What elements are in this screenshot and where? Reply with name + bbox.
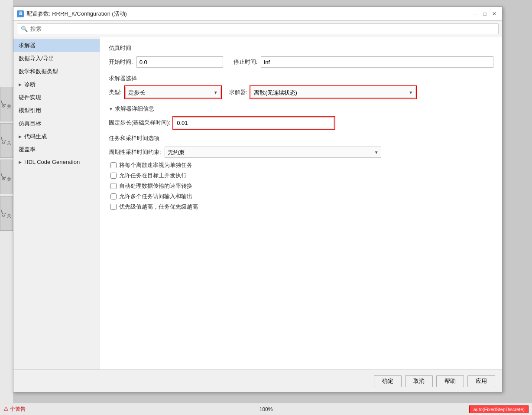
checkbox-parallel-task-label: 允许任务在目标上并发执行 — [119, 172, 187, 180]
checkbox-priority-higher[interactable] — [110, 204, 117, 210]
periodic-label: 周期性采样时间约束: — [109, 148, 161, 156]
search-icon: 🔍 — [21, 26, 28, 32]
checkbox-row-5: 优先级值越高，任务优先级越高 — [109, 203, 493, 211]
sidebar-item-sim-target-label: 仿真目标 — [19, 120, 41, 127]
close-button[interactable]: ✕ — [490, 10, 499, 18]
solver-select-row: 类型: 定步长 变步长 ▼ 求解器: 离散(无连续状态) ode45 o — [109, 87, 493, 98]
solver-select[interactable]: 离散(无连续状态) ode45 ode23 — [251, 87, 415, 98]
dialog-window: 设 配置参数: RRRR_K/Configuration (活动) ─ □ ✕ … — [13, 7, 503, 392]
solver-label: 求解器: — [229, 88, 248, 96]
bottom-status-bar: ⚠ 个警告 100% auto(FixedStepDiscrete) — [0, 403, 532, 415]
type-label: 类型: — [109, 88, 122, 96]
checkbox-rate-convert-label: 自动处理数据传输的速率转换 — [119, 182, 192, 190]
sidebar-item-math-types[interactable]: 数学和数据类型 — [13, 65, 100, 78]
checkbox-row-2: 允许任务在目标上并发执行 — [109, 172, 493, 180]
sidebar-item-diagnose[interactable]: 诊断 — [13, 78, 100, 91]
sidebar-item-data-import-label: 数据导入/导出 — [19, 55, 54, 62]
task-title: 任务和采样时间选项 — [109, 134, 493, 142]
search-input[interactable] — [30, 26, 495, 32]
sidebar-item-solver-label: 求解器 — [19, 42, 36, 49]
checkbox-row-1: 将每个离散速率视为单独任务 — [109, 161, 493, 169]
left-panel-items: 关_Jo 关_Jo 关_Jo 关_Jo — [0, 87, 13, 232]
sidebar-item-hardware[interactable]: 硬件实现 — [13, 91, 100, 104]
stop-time-label: 停止时间: — [234, 58, 258, 66]
sidebar-item-hdl-code-label: HDL Code Generation — [24, 159, 80, 165]
maximize-button[interactable]: □ — [480, 10, 489, 18]
fixed-step-label: 固定步长(基础采样时间): — [109, 119, 170, 127]
checkbox-rate-convert[interactable] — [110, 183, 117, 189]
periodic-row: 周期性采样时间约束: 无约束 指定 ▼ — [109, 147, 493, 158]
checkbox-multi-task-io[interactable] — [110, 193, 117, 199]
checkbox-row-4: 允许多个任务访问输入和输出 — [109, 193, 493, 200]
confirm-button[interactable]: 确定 — [374, 375, 402, 387]
start-time-input[interactable] — [136, 56, 223, 68]
title-controls: ─ □ ✕ — [471, 10, 499, 18]
right-panel: 仿真时间 开始时间: 停止时间: 求解器选择 类型: 定步长 变步长 — [100, 37, 502, 383]
title-bar: 设 配置参数: RRRR_K/Configuration (活动) ─ □ ✕ — [13, 7, 502, 21]
checkbox-discrete-rate-label: 将每个离散速率视为单独任务 — [119, 161, 192, 169]
checkbox-row-3: 自动处理数据传输的速率转换 — [109, 182, 493, 190]
periodic-select[interactable]: 无约束 指定 — [165, 147, 381, 158]
sim-time-title: 仿真时间 — [109, 44, 493, 52]
warning-count-icon: ⚠ — [3, 405, 9, 412]
left-panel-1[interactable]: 关_Jo — [0, 87, 13, 121]
status-right-text: auto(FixedStepDiscrete) — [473, 407, 525, 412]
cancel-button[interactable]: 取消 — [405, 375, 433, 387]
warning-count-label: 个警告 — [10, 406, 26, 412]
warning-text: ⚠ 个警告 — [3, 405, 26, 413]
minimize-button[interactable]: ─ — [471, 10, 480, 18]
sidebar-item-solver[interactable]: 求解器 — [13, 39, 100, 52]
fixed-step-row: 固定步长(基础采样时间): — [109, 117, 493, 128]
solver-select-wrapper: 离散(无连续状态) ode45 ode23 ▼ — [251, 87, 415, 98]
checkbox-priority-higher-label: 优先级值越高，任务优先级越高 — [119, 203, 198, 211]
checkbox-discrete-rate[interactable] — [110, 162, 117, 168]
periodic-select-wrapper: 无约束 指定 ▼ — [165, 147, 381, 158]
sidebar-item-code-gen[interactable]: 代码生成 — [13, 130, 100, 143]
sim-time-row: 开始时间: 停止时间: — [109, 56, 493, 68]
solver-details-section: ▼ 求解器详细信息 固定步长(基础采样时间): — [109, 105, 493, 128]
sidebar-item-data-import[interactable]: 数据导入/导出 — [13, 52, 100, 65]
fixed-step-input-wrapper — [174, 117, 334, 128]
checkbox-parallel-task[interactable] — [110, 173, 117, 179]
sim-time-section: 仿真时间 开始时间: 停止时间: — [109, 44, 493, 68]
left-panel-3[interactable]: 关_Jo — [0, 160, 13, 194]
sidebar-item-coverage[interactable]: 覆盖率 — [13, 143, 100, 156]
sidebar-item-coverage-label: 覆盖率 — [19, 146, 36, 154]
sidebar-item-model-ref[interactable]: 模型引用 — [13, 104, 100, 117]
sidebar-item-hdl-code[interactable]: HDL Code Generation — [13, 156, 100, 168]
stop-time-input[interactable] — [261, 56, 493, 68]
search-wrapper: 🔍 — [17, 23, 499, 34]
solver-selection-title: 求解器选择 — [109, 75, 493, 82]
solver-details-toggle[interactable]: ▼ 求解器详细信息 — [109, 105, 493, 113]
search-bar: 🔍 — [13, 21, 502, 37]
task-section: 任务和采样时间选项 周期性采样时间约束: 无约束 指定 ▼ 将每个离散速率视为单… — [109, 134, 493, 211]
collapse-icon: ▼ — [109, 107, 113, 111]
sidebar-item-diagnose-label: 诊断 — [24, 81, 36, 88]
solver-selection-section: 求解器选择 类型: 定步长 变步长 ▼ 求解器: 离散(无连续状态) — [109, 75, 493, 98]
sidebar-item-hardware-label: 硬件实现 — [19, 94, 41, 101]
type-select-wrapper: 定步长 变步长 ▼ — [125, 87, 221, 98]
left-panel-4[interactable]: 关_Jo — [0, 196, 13, 231]
status-right-badge: auto(FixedStepDiscrete) — [469, 405, 529, 413]
sidebar-item-code-gen-label: 代码生成 — [24, 133, 47, 141]
app-icon: 设 — [17, 10, 24, 17]
solver-details-title-text: 求解器详细信息 — [115, 105, 154, 113]
start-time-label: 开始时间: — [109, 58, 133, 66]
bottom-bar: 确定 取消 帮助 应用 — [13, 369, 502, 392]
help-button[interactable]: 帮助 — [436, 375, 464, 387]
fixed-step-input[interactable] — [174, 117, 334, 128]
sidebar-item-math-types-label: 数学和数据类型 — [19, 68, 58, 75]
type-select[interactable]: 定步长 变步长 — [125, 87, 221, 98]
main-content: 求解器 数据导入/导出 数学和数据类型 诊断 硬件实现 模型引用 仿真目标 代码… — [13, 37, 502, 383]
sidebar-item-sim-target[interactable]: 仿真目标 — [13, 117, 100, 130]
sidebar-item-model-ref-label: 模型引用 — [19, 107, 41, 114]
apply-button[interactable]: 应用 — [467, 375, 495, 387]
left-panel-2[interactable]: 关_Jo — [0, 123, 13, 158]
status-percent: 100% — [260, 406, 273, 412]
checkbox-multi-task-io-label: 允许多个任务访问输入和输出 — [119, 193, 192, 200]
sidebar: 求解器 数据导入/导出 数学和数据类型 诊断 硬件实现 模型引用 仿真目标 代码… — [13, 37, 100, 383]
window-title: 配置参数: RRRR_K/Configuration (活动) — [26, 10, 471, 18]
